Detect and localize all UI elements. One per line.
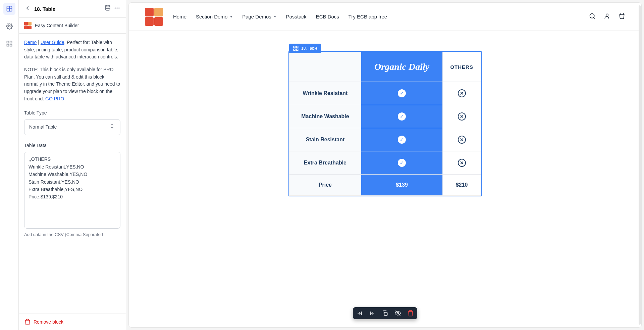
table-type-label: Table Type — [24, 109, 120, 117]
svg-rect-3 — [10, 41, 12, 43]
table-row: Wrinkle Resistant ✓ ✕ — [289, 82, 481, 105]
x-icon: ✕ — [458, 112, 466, 121]
sidebar: 18. Table Easy Content Builder Demo | Us… — [19, 0, 126, 330]
nav-home[interactable]: Home — [173, 14, 186, 19]
check-icon: ✓ — [398, 112, 406, 121]
svg-point-6 — [105, 5, 110, 7]
check-icon: ✓ — [398, 159, 406, 167]
canvas: Home Section Demo▼ Page Demos▼ Posstack … — [129, 3, 641, 327]
x-icon: ✕ — [458, 159, 466, 167]
move-up-icon[interactable] — [356, 310, 363, 317]
table-data-textarea-wrap — [24, 152, 120, 229]
chevron-updown-icon — [109, 123, 115, 132]
table-header-others: OTHERS — [443, 52, 481, 82]
canvas-body: 18. Table Organic Daily OTHERS Wrinkle R… — [129, 31, 641, 217]
move-down-icon[interactable] — [369, 310, 376, 317]
note-text: NOTE: This block is only available for P… — [24, 66, 120, 102]
check-icon: ✓ — [398, 136, 406, 144]
svg-point-11 — [606, 14, 608, 16]
table-header-empty — [289, 52, 361, 82]
duplicate-icon[interactable] — [382, 310, 388, 317]
database-icon[interactable] — [104, 5, 111, 13]
table-data-label: Table Data — [24, 142, 120, 149]
sidebar-brand: Easy Content Builder — [19, 18, 126, 34]
x-icon: ✕ — [458, 89, 466, 97]
back-button[interactable] — [24, 5, 31, 13]
x-icon: ✕ — [458, 136, 466, 144]
user-icon[interactable] — [604, 13, 610, 21]
blocks-rail-icon[interactable] — [3, 3, 15, 15]
search-icon[interactable] — [589, 13, 596, 21]
nav-try-free[interactable]: Try ECB app free — [348, 14, 387, 19]
floating-toolbar — [353, 307, 417, 319]
nav-section-demo[interactable]: Section Demo▼ — [196, 14, 233, 19]
brand-name: Easy Content Builder — [35, 23, 79, 28]
nav: Home Section Demo▼ Page Demos▼ Posstack … — [173, 14, 387, 19]
hide-icon[interactable] — [394, 310, 401, 317]
nav-posstack[interactable]: Posstack — [286, 14, 307, 19]
svg-rect-2 — [7, 41, 9, 43]
help-text: Add data in the CSV (Comma Separated — [24, 231, 120, 238]
demo-link[interactable]: Demo — [24, 40, 37, 45]
svg-point-1 — [8, 26, 10, 27]
cart-icon[interactable] — [619, 13, 625, 21]
go-pro-link[interactable]: GO PRO — [45, 96, 64, 101]
nav-page-demos[interactable]: Page Demos▼ — [242, 14, 277, 19]
user-guide-link[interactable]: User Guide — [41, 40, 64, 45]
svg-rect-4 — [7, 44, 9, 46]
chevron-down-icon: ▼ — [273, 15, 277, 18]
svg-rect-5 — [10, 44, 12, 46]
sidebar-content: Demo | User Guide. Perfect for: Table wi… — [19, 34, 126, 314]
table-type-select[interactable]: Normal Table — [24, 119, 120, 135]
topbar-icons — [589, 13, 625, 21]
delete-icon[interactable] — [407, 310, 414, 317]
apps-rail-icon[interactable] — [3, 38, 15, 50]
intro-text: Demo | User Guide. Perfect for: Table wi… — [24, 39, 120, 61]
sidebar-footer: Remove block — [19, 314, 126, 330]
more-icon[interactable] — [114, 5, 120, 13]
svg-rect-12 — [384, 313, 387, 316]
chevron-down-icon: ▼ — [229, 15, 233, 18]
nav-ecb-docs[interactable]: ECB Docs — [316, 14, 339, 19]
brand-logo-icon — [24, 22, 32, 29]
table-header-brand: Organic Daily — [361, 52, 443, 82]
table-row: Machine Washable ✓ ✕ — [289, 105, 481, 128]
block-tag[interactable]: 18. Table — [289, 44, 321, 53]
left-rail — [0, 0, 19, 330]
scrollbar[interactable] — [639, 5, 641, 325]
site-logo-icon[interactable] — [145, 8, 163, 26]
settings-rail-icon[interactable] — [3, 20, 15, 32]
comparison-table: Organic Daily OTHERS Wrinkle Resistant ✓… — [289, 52, 481, 196]
table-data-textarea[interactable] — [29, 155, 116, 223]
svg-point-10 — [590, 13, 594, 18]
table-row: Extra Breathable ✓ ✕ — [289, 151, 481, 175]
check-icon: ✓ — [398, 89, 406, 97]
sidebar-header: 18. Table — [19, 0, 126, 18]
sidebar-title: 18. Table — [34, 6, 101, 12]
svg-point-7 — [115, 7, 116, 8]
svg-point-8 — [116, 7, 117, 8]
table-row: Price $139 $210 — [289, 175, 481, 196]
table-block[interactable]: 18. Table Organic Daily OTHERS Wrinkle R… — [288, 51, 482, 196]
svg-point-9 — [118, 7, 119, 8]
table-row: Stain Resistant ✓ ✕ — [289, 128, 481, 151]
remove-block-button[interactable]: Remove block — [24, 319, 120, 325]
preview-topbar: Home Section Demo▼ Page Demos▼ Posstack … — [129, 3, 641, 31]
